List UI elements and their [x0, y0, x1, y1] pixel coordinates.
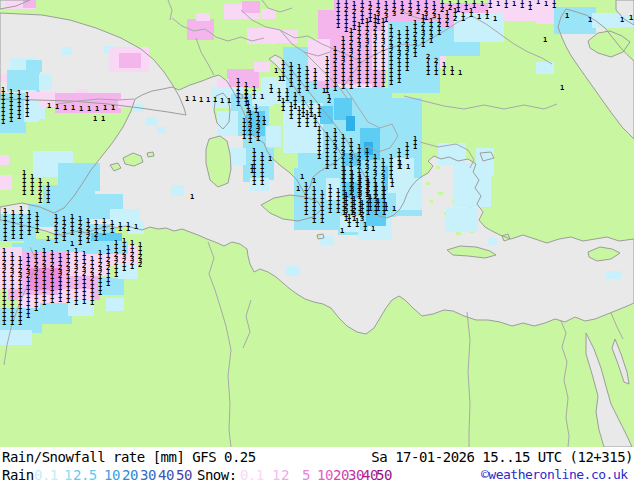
grid-value-column: 1	[371, 227, 375, 231]
grid-value-column: 1 1	[250, 165, 254, 173]
copyright-link[interactable]: ©weatheronline.co.uk	[481, 467, 628, 482]
precip-cell-s1	[196, 13, 210, 21]
legend-value: 0.1	[34, 467, 58, 483]
grid-value-column: 1 1 1 2 1 3 2 1 1 1 1	[405, 27, 409, 71]
grid-value-column: 1 1 2	[400, 2, 404, 14]
grid-value-column: 1 1 1 2 1 3 2 1 1 1 1 1 1 1 1	[349, 29, 353, 89]
grid-value-column: 1	[406, 165, 410, 169]
grid-value-column: 1	[458, 71, 462, 75]
grid-value-column: 1 1 1 1 1	[242, 119, 246, 139]
grid-value-column: 1 1 1	[252, 87, 256, 99]
grid-value-column: 1 1 2 3 2 1 1	[256, 113, 260, 141]
grid-value-column: 1 1 1 1 1 1 1	[328, 185, 332, 213]
precip-cell-s2	[242, 1, 260, 13]
grid-value-column: 1 1 1 1 1 1 1	[17, 91, 21, 119]
grid-value-column: 1 1 1 1 1 1	[389, 155, 393, 179]
grid-value-column: 1 1 1 2 3 2 1 1 1 1	[333, 129, 337, 169]
grid-value-column: 1 1 2 3 2 1 1	[78, 217, 82, 245]
precip-cell-r1	[606, 271, 621, 279]
grid-value-column: 1 1 1 2 1 3 2 1 1	[413, 21, 417, 57]
grid-value-column: 1 1	[118, 223, 122, 231]
grid-value-column: 1 1 1	[317, 105, 321, 117]
precip-cell-s1	[217, 79, 229, 88]
grid-value-column: 1 1 1 2 1 3 2 1 1 1 1 1 1	[397, 31, 401, 83]
grid-value-column: 1 1 2 3	[408, 0, 412, 16]
grid-value-column: 1 1 1 2 1 1	[38, 179, 42, 203]
grid-value-column: 1 1 1 2 3 2 1 1 1 1 1	[98, 251, 102, 295]
grid-value-column: 1 1 1 1 1 1 1 1	[317, 127, 321, 159]
grid-value-column: 1 1 1 1 1	[397, 149, 401, 169]
grid-value-column: 1 1	[504, 0, 508, 8]
grid-value-column: 1	[206, 98, 210, 102]
precip-cell-r1	[229, 148, 246, 165]
grid-value-column: 1	[70, 242, 74, 246]
precip-cell-r1	[157, 127, 166, 134]
grid-value-column: 1	[536, 0, 540, 4]
precip-cell-s1	[247, 28, 277, 44]
grid-value-column: 1 1 1 2 3 2 1 1 1 1 1 1	[341, 135, 345, 183]
grid-value-column: 1	[220, 99, 224, 103]
grid-value-column: 1	[213, 98, 217, 102]
grid-value-column: 1 1 1 1 1 1 1 1 1	[325, 57, 329, 93]
grid-value-column: 1 1 2 3 2 1	[86, 219, 90, 243]
grid-value-column: 1 1 1 2 1 3 2 1 1 1 1 1 1 1 1 1 1	[381, 19, 385, 87]
grid-value-column: 1	[71, 106, 75, 110]
grid-value-column: 1 1 1 1 1	[297, 107, 301, 127]
precip-cell-s1	[261, 9, 276, 19]
grid-value-column: 1	[629, 16, 633, 20]
grid-value-column: 1 2	[327, 95, 331, 103]
grid-value-column: 1 1 1	[413, 137, 417, 149]
grid-value-column: 1	[543, 38, 547, 42]
grid-value-column: 1 1 2 1 3 1	[429, 19, 433, 43]
grid-value-column: 1 1 1	[110, 221, 114, 233]
grid-value-column: 1 1 1 2 3 1	[352, 197, 356, 221]
grid-value-column: 1	[493, 17, 497, 21]
grid-value-column: 1 1 2 1 1 1 1 1	[344, 0, 348, 32]
grid-value-column: 1	[47, 104, 51, 108]
grid-value-column: 1 1 1 2 3 2 1 1 1 1 1 1 1 1 1 1 1 1	[10, 253, 14, 325]
grid-value-column: 1 1 1 1 1 1 1	[297, 65, 301, 93]
grid-value-column: 1	[477, 15, 481, 19]
precip-cell-s2	[119, 53, 141, 68]
grid-value-column: 1 1 1 1	[405, 143, 409, 159]
grid-value-column: 1 1 1 1 1 1 1 1 1	[312, 187, 316, 223]
grid-value-column: 1 1 2	[440, 0, 444, 12]
precip-cell-r2	[26, 60, 42, 72]
grid-value-column: 1 1 1 2 3 2 1 1 1 1 1 1	[58, 254, 62, 302]
grid-value-column: 1 1	[363, 223, 367, 231]
precip-cell-r1	[266, 126, 281, 147]
grid-value-column: 1 1 2	[453, 9, 457, 21]
precip-cell-r1	[592, 13, 622, 28]
legend-value: 0.1	[240, 467, 264, 483]
grid-value-column: 1 1 1 2 1 1 1 1 1 1 1	[333, 47, 337, 91]
grid-value-column: 1 1 2 1	[445, 11, 449, 27]
grid-value-column: 1	[199, 98, 203, 102]
grid-value-column: 1 1 1	[376, 199, 380, 211]
legend-value: 50	[176, 467, 192, 483]
grid-value-column: 1 1 1 2 3 2 1 1 1 1 1 1 1 1	[74, 249, 78, 305]
grid-value-column: 1	[192, 97, 196, 101]
grid-value-column: 1	[480, 2, 484, 6]
grid-value-column: 1	[268, 157, 272, 161]
legend-value: 1	[64, 467, 72, 483]
precip-cell-r1	[171, 185, 184, 196]
grid-value-column: 1	[185, 97, 189, 101]
grid-value-column: 1	[300, 175, 304, 179]
grid-value-column: 1	[63, 106, 67, 110]
legend-rain-label: Rain	[2, 467, 34, 483]
grid-value-column: 1 1 2 1 1 1	[62, 217, 66, 241]
grid-value-column: 1	[588, 18, 592, 22]
grid-value-column: 1 1 1 1	[305, 111, 309, 127]
grid-value-column: 1 1 1 1 1 1 1 1	[260, 153, 264, 185]
grid-value-column: 1 1	[488, 0, 492, 8]
grid-value-column: 1	[278, 77, 282, 81]
legend-value: 1	[272, 467, 280, 483]
grid-value-column: 1 1 2 3	[432, 2, 436, 18]
precip-cell-s1	[0, 175, 12, 190]
grid-value-column: 1 1 1 2 3 2 1 1 1 1 1 1 1	[50, 251, 54, 303]
grid-value-column: 1 1	[269, 85, 273, 93]
map-title: Rain/Snowfall rate [mm] GFS 0.25	[2, 449, 256, 465]
grid-value-column: 1	[312, 179, 316, 183]
grid-value-column: 1 1 2 3 2 1 1 1	[248, 111, 252, 143]
grid-value-column: 1 1	[520, 0, 524, 8]
